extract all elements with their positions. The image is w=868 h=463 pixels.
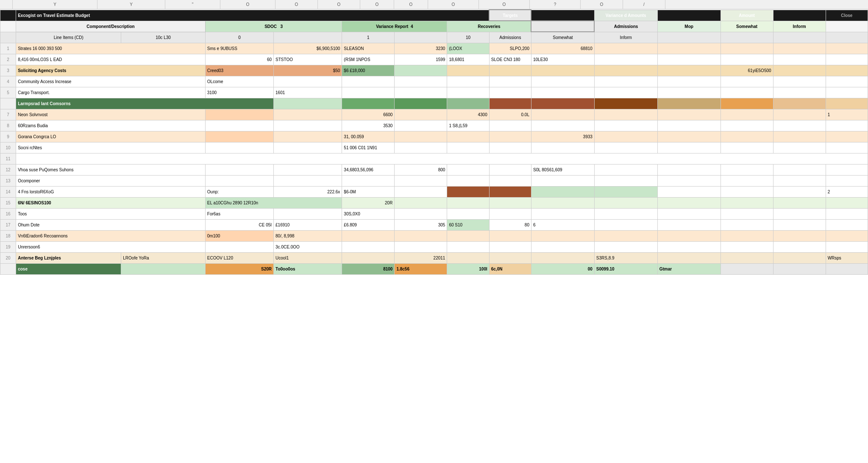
row-num-13: 13 — [0, 175, 16, 186]
socni-h — [489, 142, 531, 153]
empty-last-header — [826, 21, 868, 32]
toos-m — [773, 208, 826, 219]
row2-i: 10LE30 — [531, 54, 594, 65]
col-ruler-h: O — [394, 0, 428, 9]
sol-g — [447, 65, 489, 76]
column-ruler: Y Y " O O O O O O O ? O / — [0, 0, 868, 9]
cat-h-f — [395, 98, 447, 109]
neon-g: 4300 — [447, 109, 489, 120]
com-e — [342, 76, 395, 87]
row-num-16: 16 — [0, 208, 16, 219]
col-ruler-j: O — [479, 0, 530, 9]
ohum-k — [657, 219, 721, 230]
fns-h — [489, 186, 531, 197]
vhoa-m — [773, 164, 826, 175]
vhoa-c — [205, 164, 273, 175]
empty-header-3 — [773, 10, 826, 21]
cargo-m — [773, 87, 826, 98]
row1-i: 68810 — [531, 43, 594, 54]
rzams-label: 60Rzams Budia — [16, 120, 206, 131]
ocomp-e — [342, 175, 395, 186]
row-num-4: 4 — [0, 76, 16, 87]
cargo-d: 1601 — [274, 87, 342, 98]
ocomp-j — [594, 175, 657, 186]
ocomp-d — [274, 175, 342, 186]
ohum-n — [826, 219, 868, 230]
cat-h-e — [342, 98, 395, 109]
com-h — [489, 76, 531, 87]
col-ruler-a: Y — [13, 0, 97, 9]
fns-l — [721, 186, 773, 197]
com-k — [657, 76, 721, 87]
row2-f: 1599 — [395, 54, 447, 65]
recov-val: 1 — [342, 32, 395, 43]
col-ruler-b: Y — [97, 0, 165, 9]
row-num-12: 12 — [0, 164, 16, 175]
gorana-label: Gorana Congrca LO — [16, 131, 206, 142]
fns-f — [395, 186, 447, 197]
row2-desc: 8,416 00mLO3S L EAD — [16, 54, 206, 65]
cargo-i — [531, 87, 594, 98]
rzams-e: 3530 — [342, 120, 395, 131]
row1-n — [826, 43, 868, 54]
row-num-5: 5 — [0, 87, 16, 98]
col-ruler-g: O — [360, 0, 394, 9]
sol-n — [826, 65, 868, 76]
admissions-header: Admissions — [594, 21, 657, 32]
ocomp-f — [395, 175, 447, 186]
sdoc-val: 0 — [205, 32, 273, 43]
empty-header-2 — [657, 10, 721, 21]
row-num-6 — [0, 98, 16, 109]
sub-blank3 — [773, 32, 826, 43]
totals-d: To0oo0os — [274, 263, 342, 274]
spreadsheet-title: Excogist on Travel Estimate Budget — [16, 10, 490, 21]
vhoa-n — [826, 164, 868, 175]
sixn-label: 6N/ 6ESINOS100 — [16, 197, 206, 208]
row1-desc: Strates 16 000 393 500 — [16, 43, 206, 54]
summary-a: Anterse Beg Lznjples — [16, 252, 121, 263]
admissions-val: Admissions — [489, 32, 531, 43]
socni-row: 10 Socni rcNtes 51 006 C01 1N91 — [0, 142, 868, 153]
com-i — [531, 76, 594, 87]
rzams-j — [594, 120, 657, 131]
vhoa-k — [657, 164, 721, 175]
sol-d: $50 — [274, 65, 342, 76]
summary-n: WRsps — [826, 252, 868, 263]
neon-m — [773, 109, 826, 120]
ocomp-g — [447, 175, 489, 186]
neon-l — [721, 109, 773, 120]
summary-e — [342, 252, 395, 263]
spreadsheet-container: Y Y " O O O O O O O ? O / — [0, 0, 868, 463]
socni-l — [721, 142, 773, 153]
rzams-m — [773, 120, 826, 131]
ohum-f: 305 — [395, 219, 447, 230]
totals-b — [121, 263, 205, 274]
vnteraton-c: 0m100 — [205, 230, 273, 241]
rzams-row: 8 60Rzams Budia 3530 1 S8,(L59 — [0, 120, 868, 131]
cargo-e — [342, 87, 395, 98]
com-n — [826, 76, 868, 87]
close-header: Close — [826, 10, 868, 21]
rzams-i — [531, 120, 594, 131]
toos-h — [489, 208, 531, 219]
cargo-c: 3100 — [205, 87, 273, 98]
totals-j: S0099.10 — [594, 263, 657, 274]
toos-e: 30S,0X0 — [342, 208, 395, 219]
cargo-f — [395, 87, 447, 98]
summary-k — [657, 252, 721, 263]
gorana-i: 3933 — [531, 131, 594, 142]
col-ruler-l: O — [581, 0, 623, 9]
fns-j — [594, 186, 657, 197]
rzams-n — [826, 120, 868, 131]
row-num-1: 1 — [0, 43, 16, 54]
neon-e: 6600 — [342, 109, 395, 120]
sixn-k — [657, 197, 721, 208]
sixn-g — [447, 197, 489, 208]
row-num-14: 14 — [0, 186, 16, 197]
com-g — [447, 76, 489, 87]
vhoa-row: 12 Vhoa suse PuQomes Suhons 34,6803,56,0… — [0, 164, 868, 175]
toos-k — [657, 208, 721, 219]
col-ruler-k: ? — [530, 0, 581, 9]
fns-g — [447, 186, 489, 197]
sixn-f — [395, 197, 447, 208]
